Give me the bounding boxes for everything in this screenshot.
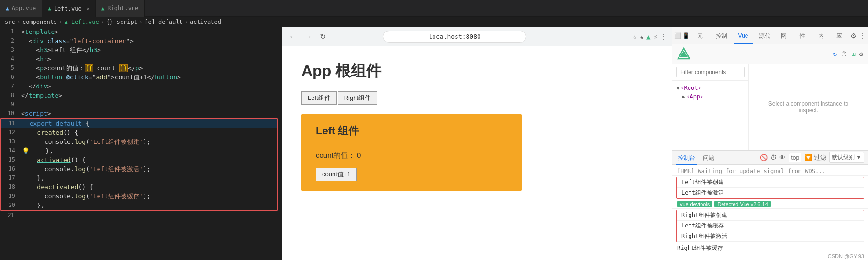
top-dropdown[interactable]: top [789, 153, 801, 162]
devtools-tab-elements[interactable]: 元素 [692, 27, 710, 44]
console-right-activated: Right组件被激活 [677, 231, 864, 242]
filter-input[interactable] [676, 67, 745, 77]
devtools-tab-network[interactable]: 网络 [776, 27, 794, 44]
console-left-cached: Left组件被缓存 [677, 221, 864, 231]
code-line-17: 17 }, [1, 173, 277, 183]
browser-toolbar: ← → ↻ localhost:8080 ☆ ★ ▲ ⚡ ⋮ [282, 27, 672, 46]
browser-forward-button[interactable]: → [302, 32, 314, 42]
eye-icon[interactable]: 👁 [779, 154, 786, 161]
tab-bar: ▲ App.vue ▲ Left.vue ✕ ▲ Right.vue [0, 0, 868, 17]
devtools-time-icon[interactable]: ⏱ [841, 50, 847, 58]
bottom-tab-console[interactable]: 控制台 [676, 151, 697, 165]
browser-reload-button[interactable]: ↻ [318, 31, 328, 42]
filter-icon[interactable]: 🔽 过滤 [804, 153, 826, 162]
code-line-19: 19 console.log('Left组件被缓存'); [1, 192, 277, 201]
menu-icon[interactable]: ⋮ [660, 33, 667, 41]
code-lines: 1 <template> 2 <div class="left-containe… [0, 27, 282, 220]
devtools-grid-icon[interactable]: ⊞ [851, 50, 855, 58]
tab-left-vue[interactable]: ▲ Left.vue ✕ [42, 0, 95, 17]
code-line-16: 16 console.log('Left组件被激活'); [1, 164, 277, 173]
code-line-7: 7 </div> [0, 82, 282, 91]
breadcrumb-part: {} script [106, 19, 137, 25]
vue-devtools-badge: vue-devtools [677, 201, 712, 207]
devtools-refresh-icon[interactable]: ↻ [833, 50, 837, 58]
detected-badge: Detected Vue v2.6.14 [714, 201, 770, 207]
code-editor: 1 <template> 2 <div class="left-containe… [0, 27, 282, 260]
breadcrumb-part: ▲ Left.vue [64, 19, 99, 25]
console-text: [HMR] Waiting for update signal from WDS… [677, 168, 826, 174]
bookmark-icon[interactable]: ☆ [633, 33, 636, 41]
devtools-bottom: 控制台 问题 🚫 ⏱ 👁 top 🔽 过滤 默认级别 ▼ [672, 150, 868, 260]
breadcrumb: src › components › ▲ Left.vue › {} scrip… [0, 17, 868, 27]
code-line-10: 10 <script> [0, 109, 282, 118]
code-line-13: 13 console.log('Left组件被创建'); [1, 137, 277, 146]
console-text: Left组件被激活 [681, 189, 724, 197]
dots-icon[interactable]: ⋮ [859, 32, 866, 40]
devtools-tab-memory[interactable]: 内存 [813, 27, 831, 44]
tree-item-app[interactable]: ▶ ‹App› [672, 92, 748, 101]
code-line-2: 2 <div class="left-container"> [0, 36, 282, 45]
close-icon[interactable]: ✕ [87, 6, 89, 11]
code-line-12: 12 created() { [1, 128, 277, 137]
left-component-box: Left 组件 count的值： 0 count值+1 [301, 114, 522, 191]
breadcrumb-activated: activated [190, 19, 221, 25]
code-line-8: 8 </template> [0, 91, 282, 100]
console-right-created: Right组件被创建 [677, 210, 864, 221]
browser-back-button[interactable]: ← [287, 32, 299, 42]
devtools-icon-phone[interactable]: 📱 [682, 32, 690, 39]
tab-right-vue[interactable]: ▲ Right.vue [96, 0, 145, 17]
bottom-tab-issues[interactable]: 问题 [701, 151, 716, 165]
tree-item-root[interactable]: ▼ ‹Root› [672, 84, 748, 92]
code-line-11: 11 export default { [1, 119, 277, 128]
tab-app-vue[interactable]: ▲ App.vue [0, 0, 42, 17]
devtools-tab-performance[interactable]: 性能 [795, 27, 812, 44]
browser-top-icons: ☆ ★ ▲ ⚡ ⋮ [633, 33, 667, 41]
devtools-icon-inspect[interactable]: ⬜ [674, 32, 681, 39]
devtools-tab-sources[interactable]: 源代码 [754, 27, 776, 44]
browser-content: App 根组件 Left组件 Right组件 Left 组件 count的值： … [282, 46, 672, 260]
address-bar[interactable]: localhost:8080 [383, 31, 526, 43]
settings-icon[interactable]: ⚙ [850, 32, 857, 40]
breadcrumb-part: src [5, 19, 15, 25]
red-box-highlight: 11 export default { 12 created() { 13 co… [0, 118, 278, 211]
console-text: Right组件被创建 [681, 211, 727, 219]
left-component-button[interactable]: Left组件 [301, 91, 337, 105]
ext-icon[interactable]: ⚡ [654, 33, 657, 41]
left-component-title: Left 组件 [316, 124, 507, 143]
bottom-controls: 🚫 ⏱ 👁 top 🔽 过滤 默认级别 ▼ [760, 152, 864, 163]
console-vue-badge-line: vue-devtools Detected Vue v2.6.14 [672, 200, 868, 209]
code-line-9: 9 [0, 100, 282, 109]
component-tree-panel: ▼ ‹Root› ▶ ‹App› [672, 64, 749, 150]
devtools-tab-vue[interactable]: Vue [734, 27, 753, 44]
code-line-20: 20 }, [1, 201, 277, 210]
console-right-cached: Right组件被缓存 [672, 243, 868, 252]
devtools-settings-icon[interactable]: ⚙ [859, 50, 863, 58]
code-line-1: 1 <template> [0, 27, 282, 36]
right-component-button[interactable]: Right组件 [338, 91, 377, 105]
vue-ext-icon[interactable]: ▲ [646, 33, 650, 41]
devtools-tab-application[interactable]: 应用 [832, 27, 849, 44]
code-line-18: 18 deactivated() { [1, 183, 277, 192]
devtools-top-icons: ⚙ ⋮ [850, 32, 866, 40]
clock-icon[interactable]: ⏱ [770, 154, 777, 161]
breadcrumb-part: [e] default [145, 19, 182, 25]
devtools-full: ⬜ 📱 元素 控制台 Vue 源代码 网络 性能 内存 应用 ⚙ ⋮ [672, 27, 868, 260]
clear-icon[interactable]: 🚫 [760, 154, 768, 161]
vue-icon: ▲ [6, 5, 9, 11]
console-text: Right组件被激活 [681, 232, 727, 240]
code-line-14: 14 💡 }, [1, 146, 277, 155]
code-line-6: 6 <button @click="add">count值+1</button> [0, 73, 282, 82]
count-increment-button[interactable]: count值+1 [316, 168, 357, 181]
count-display: count的值： 0 [316, 151, 507, 160]
devtools-tab-console[interactable]: 控制台 [711, 27, 733, 44]
count-label: count的值： [316, 151, 355, 159]
vue-icon-3: ▲ [101, 5, 105, 11]
tree-root-label: ‹Root› [680, 85, 701, 91]
code-line-3: 3 <h3>Left 组件</h3> [0, 45, 282, 54]
tab-label-3: Right.vue [107, 5, 138, 11]
csdn-label: CSDN @GY-93 [672, 252, 868, 260]
main-content: 1 <template> 2 <div class="left-containe… [0, 27, 868, 260]
console-left-created: Left组件被创建 [677, 177, 864, 188]
star-icon[interactable]: ★ [640, 33, 644, 41]
level-dropdown[interactable]: 默认级别 ▼ [829, 152, 864, 163]
